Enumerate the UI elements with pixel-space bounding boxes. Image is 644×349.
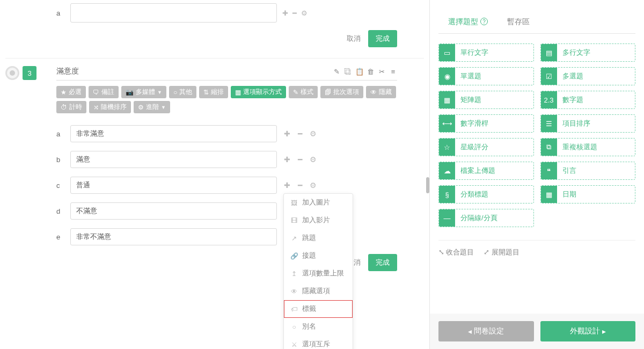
question-type-分隔線/分頁[interactable]: —分隔線/分頁: [438, 209, 534, 227]
chip-必選[interactable]: ★必選: [56, 86, 86, 98]
chip-icon: ✎: [293, 89, 298, 96]
add-icon[interactable]: ✚: [282, 9, 288, 17]
question-type-引言[interactable]: ❝引言: [540, 162, 636, 180]
drag-icon[interactable]: ≡: [389, 68, 397, 76]
add-icon[interactable]: ✚: [283, 181, 291, 190]
dropdown-item-隱藏選項[interactable]: 👁隱藏選項: [284, 282, 353, 300]
chip-縮排[interactable]: ⇅縮排: [199, 86, 228, 98]
type-icon: ❝: [541, 162, 557, 179]
chip-label: 隨機排序: [101, 103, 127, 112]
question-type-分類標題[interactable]: §分類標題: [438, 185, 534, 203]
type-label: 項目排序: [557, 119, 596, 128]
info-icon[interactable]: ?: [480, 18, 488, 25]
expand-all-button[interactable]: ⤢ 展開題目: [484, 248, 519, 257]
gear-icon[interactable]: ⚙: [309, 181, 317, 190]
trash-icon[interactable]: 🗑: [367, 68, 375, 76]
question-type-數字題[interactable]: 2.3數字題: [540, 91, 636, 109]
clipboard-icon[interactable]: 📋: [355, 68, 363, 76]
option-input[interactable]: [70, 177, 277, 194]
type-label: 日期: [557, 190, 582, 199]
tab-question-types[interactable]: 選擇題型?: [438, 11, 497, 33]
right-sidebar: 選擇題型? 暫存區 ▭單行文字▤多行文字◉單選題☑多選題▦矩陣題2.3數字題⟷數…: [429, 0, 644, 349]
radio-type-icon: [5, 66, 19, 80]
chip-計時[interactable]: ⏱計時: [56, 101, 86, 113]
chip-label: 選項顯示方式: [243, 88, 282, 97]
dropdown-item-加入影片[interactable]: 🎞加入影片: [284, 212, 353, 229]
option-row: b✚━⚙: [56, 151, 397, 168]
dropdown-item-加入圖片[interactable]: 🖼加入圖片: [284, 194, 353, 212]
tab-draft[interactable]: 暫存區: [497, 11, 539, 33]
cut-icon[interactable]: ✂: [378, 68, 386, 76]
question-type-數字滑桿[interactable]: ⟷數字滑桿: [438, 114, 534, 133]
dropdown-item-icon: 🏷: [290, 306, 298, 313]
chip-選項顯示方式[interactable]: ▦選項顯示方式: [231, 86, 286, 98]
question-type-矩陣題[interactable]: ▦矩陣題: [438, 91, 534, 109]
option-input[interactable]: [70, 202, 277, 220]
chip-進階[interactable]: ⚙進階▼: [134, 101, 170, 113]
gear-icon[interactable]: ⚙: [309, 129, 317, 138]
type-icon: ▦: [541, 186, 557, 203]
dropdown-item-接題[interactable]: 🔗接題: [284, 247, 353, 265]
chip-樣式[interactable]: ✎樣式: [289, 86, 318, 98]
chip-其他[interactable]: ○其他: [169, 86, 196, 98]
type-icon: ▦: [439, 91, 455, 108]
question-type-單選題[interactable]: ◉單選題: [438, 67, 534, 85]
type-label: 引言: [557, 166, 582, 176]
chip-備註[interactable]: 🗨備註: [89, 86, 119, 98]
remove-icon[interactable]: ━: [296, 129, 304, 138]
done-button[interactable]: 完成: [368, 30, 397, 47]
question-type-日期[interactable]: ▦日期: [540, 185, 636, 203]
remove-icon[interactable]: ━: [296, 155, 304, 164]
option-input[interactable]: [70, 3, 277, 23]
type-label: 單選題: [455, 71, 487, 81]
chip-批次選項[interactable]: 🗐批次選項: [320, 86, 363, 98]
chip-icon: ⚙: [138, 104, 144, 111]
type-label: 矩陣題: [455, 95, 487, 105]
question-type-多選題[interactable]: ☑多選題: [540, 67, 636, 85]
gear-icon[interactable]: ⚙: [301, 9, 308, 17]
done-button[interactable]: 完成: [368, 254, 397, 271]
option-input[interactable]: [70, 125, 277, 142]
chip-label: 樣式: [301, 88, 313, 97]
option-input[interactable]: [70, 151, 277, 168]
gear-icon[interactable]: ⚙: [309, 155, 317, 164]
add-icon[interactable]: ✚: [283, 129, 291, 138]
dropdown-item-標籤[interactable]: 🏷標籤: [284, 300, 353, 318]
type-icon: ◉: [439, 68, 455, 85]
question-title-input[interactable]: [56, 66, 333, 77]
dropdown-item-別名[interactable]: ○別名: [284, 318, 353, 336]
question-type-grid: ▭單行文字▤多行文字◉單選題☑多選題▦矩陣題2.3數字題⟷數字滑桿☰項目排序☆星…: [438, 43, 635, 227]
dropdown-item-跳題[interactable]: ↗跳題: [284, 229, 353, 247]
dropdown-item-label: 加入影片: [302, 216, 330, 225]
option-input[interactable]: [70, 228, 277, 245]
copy-icon[interactable]: ⿻: [344, 68, 352, 76]
question-type-單行文字[interactable]: ▭單行文字: [438, 43, 534, 62]
question-type-重複核選題[interactable]: ⧉重複核選題: [540, 138, 636, 156]
question-type-星級評分[interactable]: ☆星級評分: [438, 138, 534, 156]
chip-隱藏[interactable]: 👁隱藏: [366, 86, 396, 98]
question-type-多行文字[interactable]: ▤多行文字: [540, 43, 636, 62]
type-icon: ⟷: [439, 115, 455, 132]
chip-隨機排序[interactable]: ⤭隨機排序: [89, 101, 131, 113]
dropdown-item-label: 加入圖片: [302, 198, 330, 207]
survey-settings-button[interactable]: ◂問卷設定: [438, 321, 534, 341]
question-type-檔案上傳題[interactable]: ☁檔案上傳題: [438, 162, 534, 180]
remove-icon[interactable]: ━: [292, 9, 297, 17]
option-letter: b: [56, 156, 70, 164]
edit-icon[interactable]: ✎: [333, 68, 341, 76]
dropdown-item-label: 跳題: [302, 234, 316, 243]
chip-icon: ★: [61, 89, 67, 96]
question-type-項目排序[interactable]: ☰項目排序: [540, 114, 636, 133]
chip-icon: ⏱: [61, 104, 67, 111]
dropdown-item-選項數量上限[interactable]: ↥選項數量上限: [284, 265, 353, 282]
remove-icon[interactable]: ━: [296, 181, 304, 190]
design-button[interactable]: 外觀設計▸: [540, 321, 636, 341]
add-icon[interactable]: ✚: [283, 155, 291, 164]
cancel-button[interactable]: 取消: [347, 34, 361, 43]
chip-多媒體[interactable]: 📷多媒體▼: [121, 86, 166, 98]
collapse-all-button[interactable]: ⤡ 收合題目: [438, 248, 474, 257]
dropdown-item-label: 接題: [302, 251, 316, 260]
chip-label: 隱藏: [379, 88, 392, 97]
scrollbar-thumb[interactable]: [426, 177, 429, 193]
dropdown-item-選項互斥[interactable]: ⚔選項互斥: [284, 336, 353, 349]
